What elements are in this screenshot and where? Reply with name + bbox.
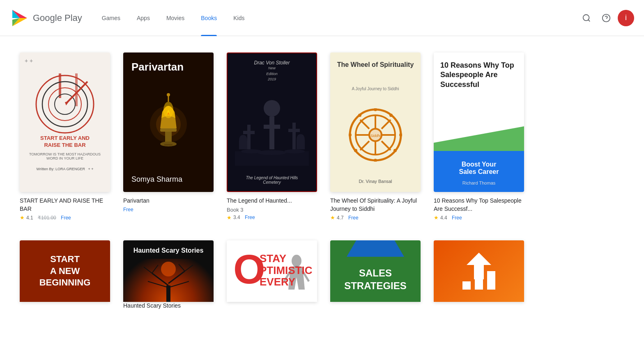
svg-rect-27 <box>288 129 300 132</box>
book-title-r2-2: Haunted Scary Stories <box>123 302 214 310</box>
nav-kids[interactable]: Kids <box>227 0 251 36</box>
logo-area[interactable]: Google Play <box>10 8 82 28</box>
book-cover-r2-4: SALESSTRATEGIES <box>330 240 421 302</box>
book-cover-r2-5 <box>434 240 524 302</box>
chart-growth-icon <box>458 251 499 292</box>
svg-point-48 <box>349 133 352 137</box>
book-cover-1: + + START EARLY ANDRAISE THE BAR TOMORRO… <box>20 53 110 192</box>
book-title-2: Parivartan <box>123 197 214 205</box>
svg-point-62 <box>161 262 176 276</box>
avatar-letter: i <box>625 14 627 22</box>
nav-apps[interactable]: Apps <box>130 0 156 36</box>
book-meta-5: ★ 4.4 Free <box>434 215 524 221</box>
svg-point-31 <box>284 149 305 153</box>
cemetery-scene <box>235 92 309 166</box>
book-cover-r2-2: Haunted Scary Stories <box>123 240 214 302</box>
book-item-r2-5[interactable] <box>434 240 524 312</box>
svg-point-50 <box>389 114 393 117</box>
svg-point-47 <box>374 159 377 162</box>
svg-marker-11 <box>65 101 69 105</box>
nav-movies[interactable]: Movies <box>160 0 191 36</box>
svg-rect-22 <box>269 116 274 149</box>
book-title-4: The Wheel Of Spirituality: A Joyful Jour… <box>330 197 421 213</box>
svg-point-19 <box>167 93 170 96</box>
svg-text:Siddhi: Siddhi <box>370 134 381 138</box>
svg-rect-25 <box>243 131 255 134</box>
svg-rect-68 <box>475 276 483 290</box>
svg-point-45 <box>374 108 377 111</box>
svg-rect-53 <box>166 285 170 302</box>
book-meta-3: ★ 3.4 Free <box>227 215 317 221</box>
svg-rect-14 <box>160 128 177 132</box>
svg-point-46 <box>399 133 402 137</box>
svg-rect-17 <box>164 144 172 146</box>
nav-games[interactable]: Games <box>95 0 127 36</box>
tree-silhouette-icon <box>136 261 201 302</box>
book-meta-1: ★ 4.1 ₹101.00 Free <box>20 215 110 221</box>
header-actions: i <box>578 10 634 26</box>
book-cover-r2-1: STARTA NEWBEGINNING <box>20 240 110 302</box>
lamp-icon <box>148 91 189 157</box>
haunted-title: Haunted Scary Stories <box>133 247 204 254</box>
svg-point-30 <box>258 150 286 155</box>
search-button[interactable] <box>578 10 595 26</box>
books-row-1: + + START EARLY ANDRAISE THE BAR TOMORRO… <box>20 53 624 221</box>
book-item-r2-1[interactable]: STARTA NEWBEGINNING <box>20 240 110 312</box>
book-item-5[interactable]: 10 Reasons Why Top Salespeople Are Succe… <box>434 53 524 221</box>
book-title-1: START EARLY AND RAISE THE BAR <box>20 197 110 213</box>
book-cover-2: Parivartan <box>123 53 214 192</box>
svg-line-43 <box>360 141 369 150</box>
svg-line-40 <box>360 120 369 129</box>
book-item-3[interactable]: Drac Von Stoller NewEdition2019 <box>227 53 317 221</box>
header: Google Play Games Apps Movies Books Kids… <box>0 0 644 36</box>
main-content: + + START EARLY ANDRAISE THE BAR TOMORRO… <box>0 36 644 347</box>
help-icon <box>602 14 611 23</box>
book-cover-4: The Wheel of Spirituality A Joyful Journ… <box>330 53 421 192</box>
svg-rect-69 <box>487 271 495 290</box>
svg-point-52 <box>354 149 357 152</box>
dharma-wheel-icon: Siddhi <box>349 108 402 162</box>
book-title-3: The Legend of Haunted... <box>227 197 317 205</box>
book-item-2[interactable]: Parivartan <box>123 53 214 221</box>
svg-point-21 <box>264 100 280 116</box>
svg-point-51 <box>393 149 397 152</box>
svg-rect-67 <box>462 281 471 290</box>
cover-1-graphic <box>34 73 96 135</box>
svg-line-56 <box>148 281 168 288</box>
svg-line-61 <box>179 264 185 271</box>
help-button[interactable] <box>598 10 614 26</box>
svg-line-57 <box>168 281 189 288</box>
books-row-2: STARTA NEWBEGINNING Haunted Scary Storie… <box>20 240 624 312</box>
main-nav: Games Apps Movies Books Kids <box>95 0 578 36</box>
book-item-r2-2[interactable]: Haunted Scary Stories <box>123 240 214 312</box>
svg-line-59 <box>152 265 158 273</box>
svg-point-49 <box>358 114 361 117</box>
book-cover-5: 10 Reasons Why Top Salespeople Are Succe… <box>434 53 524 192</box>
svg-line-60 <box>185 265 193 271</box>
svg-line-58 <box>144 267 152 273</box>
book-item-r2-3[interactable]: O STAYPTIMISTICEVERY <box>227 240 317 312</box>
user-avatar-button[interactable]: i <box>618 10 634 26</box>
nav-books[interactable]: Books <box>194 0 223 36</box>
logo-text: Google Play <box>33 13 82 23</box>
book-cover-r2-3: O STAYPTIMISTICEVERY <box>227 240 317 302</box>
svg-line-1 <box>588 20 590 21</box>
book-item-r2-4[interactable]: SALESSTRATEGIES <box>330 240 421 312</box>
book-subtitle-3: Book 3 <box>227 207 317 213</box>
svg-point-0 <box>583 14 589 21</box>
svg-line-41 <box>382 141 391 150</box>
svg-line-42 <box>382 120 391 129</box>
svg-rect-26 <box>292 123 296 149</box>
book-meta-2: Free <box>123 207 214 212</box>
book-meta-4: ★ 4.7 Free <box>330 215 421 221</box>
svg-rect-23 <box>264 125 280 129</box>
book-item-4[interactable]: The Wheel of Spirituality A Joyful Journ… <box>330 53 421 221</box>
book-item-1[interactable]: + + START EARLY ANDRAISE THE BAR TOMORRO… <box>20 53 110 221</box>
book-title-5: 10 Reasons Why Top Salespeople Are Succe… <box>434 197 524 213</box>
search-icon <box>582 14 591 23</box>
svg-rect-24 <box>247 125 251 149</box>
book-cover-3: Drac Von Stoller NewEdition2019 <box>227 53 317 192</box>
google-play-logo-icon <box>10 8 30 28</box>
